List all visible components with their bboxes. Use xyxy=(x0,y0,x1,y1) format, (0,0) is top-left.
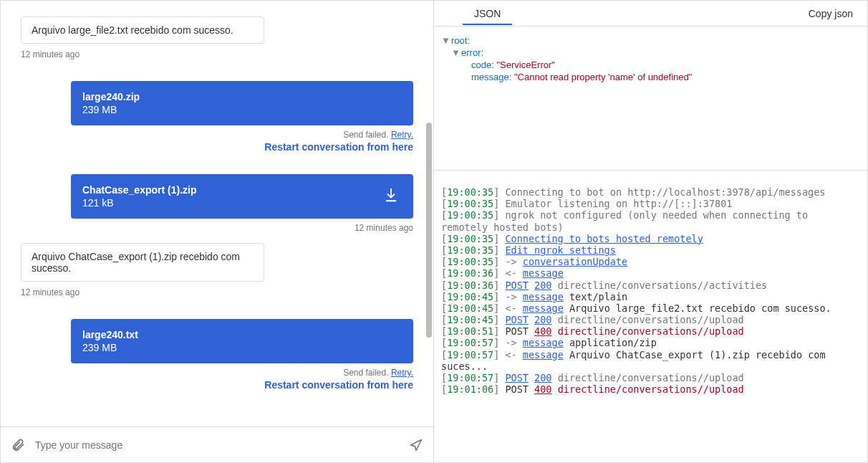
log-line[interactable]: [19:00:35] Emulator listening on http://… xyxy=(441,198,860,209)
log-line[interactable]: [19:01:06] POST 400 directline/conversat… xyxy=(441,383,860,395)
log-line[interactable]: [19:00:36] POST 200 directline/conversat… xyxy=(441,280,860,291)
copy-json-button[interactable]: Copy json xyxy=(809,8,853,19)
attachment-filesize: 239 MB xyxy=(82,104,140,115)
message-timestamp: 12 minutes ago xyxy=(355,223,413,233)
compose-input[interactable] xyxy=(28,432,406,458)
attachment-text: ChatCase_export (1).zip 121 kB xyxy=(82,184,196,209)
attachment-card[interactable]: large240.zip 239 MB xyxy=(71,81,413,125)
app-frame: Arquivo large_file2.txt recebido com suc… xyxy=(0,0,868,463)
download-icon[interactable] xyxy=(383,187,399,205)
user-message: large240.zip 239 MB Send failed. Retry. … xyxy=(21,81,413,153)
log-line[interactable]: [19:00:45] -> message text/plain xyxy=(441,291,860,302)
send-failed-line: Send failed. Retry. xyxy=(343,130,413,140)
attachment-filename: large240.zip xyxy=(82,91,140,102)
attach-icon[interactable] xyxy=(8,435,28,455)
attachment-card[interactable]: ChatCase_export (1).zip 121 kB xyxy=(71,174,413,219)
attachment-text: large240.zip 239 MB xyxy=(82,91,140,115)
json-node-root[interactable]: ▼root: xyxy=(441,35,860,47)
send-failed-label: Send failed. xyxy=(343,130,388,140)
restart-conversation-link[interactable]: Restart conversation from here xyxy=(264,141,413,153)
tab-json[interactable]: JSON xyxy=(463,2,512,25)
scrollbar-thumb[interactable] xyxy=(426,123,432,338)
log-line[interactable]: [19:00:35] ngrok not configured (only ne… xyxy=(441,209,860,232)
message-timestamp: 12 minutes ago xyxy=(21,287,264,297)
attachment-filesize: 239 MB xyxy=(82,342,138,353)
chat-pane: Arquivo large_file2.txt recebido com suc… xyxy=(1,1,434,462)
user-message: ChatCase_export (1).zip 121 kB 12 minute… xyxy=(21,174,413,233)
attachment-card[interactable]: large240.txt 239 MB xyxy=(71,319,413,363)
json-tree[interactable]: ▼root: ▼error: code: "ServiceError" mess… xyxy=(434,27,867,170)
log-line[interactable]: [19:00:45] POST 200 directline/conversat… xyxy=(441,314,860,325)
bot-message-block: Arquivo ChatCase_export (1).zip recebido… xyxy=(21,233,264,297)
attachment-filename: ChatCase_export (1).zip xyxy=(82,184,196,196)
attachment-text: large240.txt 239 MB xyxy=(82,329,138,353)
restart-conversation-link[interactable]: Restart conversation from here xyxy=(264,379,413,391)
log-line[interactable]: [19:00:45] <- message Arquivo large_file… xyxy=(441,302,860,314)
retry-link[interactable]: Retry. xyxy=(391,368,413,378)
json-key: root: xyxy=(451,35,470,46)
log-line[interactable]: [19:00:35] -> conversationUpdate xyxy=(441,256,860,267)
bot-message[interactable]: Arquivo large_file2.txt recebido com suc… xyxy=(21,16,264,44)
tree-collapse-icon[interactable]: ▼ xyxy=(441,35,450,47)
json-key: error: xyxy=(461,47,483,58)
retry-link[interactable]: Retry. xyxy=(391,130,413,140)
json-node-error[interactable]: ▼error: xyxy=(441,47,860,59)
message-timestamp: 12 minutes ago xyxy=(21,49,413,59)
json-key: message: xyxy=(471,72,511,82)
json-leaf[interactable]: message: "Cannot read property 'name' of… xyxy=(441,72,860,84)
json-key: code: xyxy=(471,59,494,70)
log-line[interactable]: [19:00:35] Edit ngrok settings xyxy=(441,244,860,256)
log-pane[interactable]: [19:00:35] Connecting to bot on http://l… xyxy=(434,170,867,462)
send-icon[interactable] xyxy=(406,435,426,455)
log-line[interactable]: [19:00:57] <- message Arquivo ChatCase_e… xyxy=(441,349,860,372)
json-leaf[interactable]: code: "ServiceError" xyxy=(441,59,860,72)
attachment-filename: large240.txt xyxy=(82,329,138,340)
log-line[interactable]: [19:00:35] Connecting to bots hosted rem… xyxy=(441,233,860,244)
json-value: "Cannot read property 'name' of undefine… xyxy=(514,72,692,82)
log-line[interactable]: [19:00:57] -> message application/zip xyxy=(441,337,860,348)
tree-collapse-icon[interactable]: ▼ xyxy=(451,47,460,59)
chat-scroll[interactable]: Arquivo large_file2.txt recebido com suc… xyxy=(1,1,433,426)
send-failed-line: Send failed. Retry. xyxy=(343,368,413,378)
tab-bar: JSON Copy json xyxy=(434,1,867,27)
attachment-filesize: 121 kB xyxy=(82,197,196,209)
inspector-pane: JSON Copy json ▼root: ▼error: code: "Ser… xyxy=(434,1,867,462)
user-message: large240.txt 239 MB Send failed. Retry. … xyxy=(21,319,413,391)
log-line[interactable]: [19:00:35] Connecting to bot on http://l… xyxy=(441,186,860,198)
bot-message[interactable]: Arquivo ChatCase_export (1).zip recebido… xyxy=(21,243,264,282)
chat-messages: Arquivo large_file2.txt recebido com suc… xyxy=(21,6,413,391)
send-failed-label: Send failed. xyxy=(343,368,388,378)
log-line[interactable]: [19:00:57] POST 200 directline/conversat… xyxy=(441,372,860,383)
composer xyxy=(1,426,433,462)
log-line[interactable]: [19:00:36] <- message xyxy=(441,267,860,279)
json-value: "ServiceError" xyxy=(496,59,554,70)
log-line[interactable]: [19:00:51] POST 400 directline/conversat… xyxy=(441,325,860,337)
